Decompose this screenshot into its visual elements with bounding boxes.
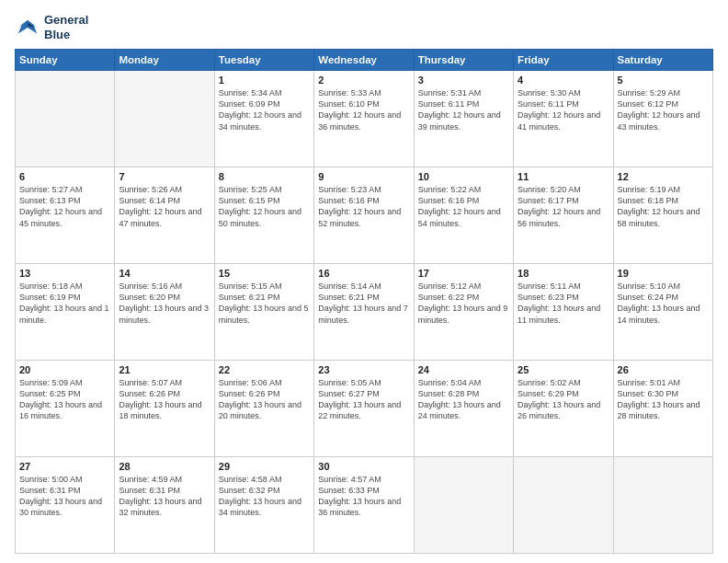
calendar-week-row: 20Sunrise: 5:09 AM Sunset: 6:25 PM Dayli… — [16, 361, 713, 457]
page: General Blue SundayMondayTuesdayWednesda… — [0, 0, 728, 563]
day-info: Sunrise: 5:11 AM Sunset: 6:23 PM Dayligh… — [518, 281, 609, 326]
calendar-cell: 14Sunrise: 5:16 AM Sunset: 6:20 PM Dayli… — [115, 264, 214, 361]
calendar-cell: 5Sunrise: 5:29 AM Sunset: 6:12 PM Daylig… — [613, 71, 712, 167]
day-number: 4 — [518, 75, 609, 86]
calendar-week-row: 6Sunrise: 5:27 AM Sunset: 6:13 PM Daylig… — [16, 167, 713, 264]
day-number: 8 — [219, 171, 310, 182]
calendar-cell: 21Sunrise: 5:07 AM Sunset: 6:26 PM Dayli… — [115, 361, 214, 457]
svg-marker-0 — [17, 19, 39, 33]
day-number: 27 — [19, 461, 110, 472]
calendar-cell: 28Sunrise: 4:59 AM Sunset: 6:31 PM Dayli… — [115, 457, 214, 554]
day-number: 22 — [219, 364, 310, 375]
calendar-cell: 7Sunrise: 5:26 AM Sunset: 6:14 PM Daylig… — [115, 167, 214, 264]
day-info: Sunrise: 4:59 AM Sunset: 6:31 PM Dayligh… — [119, 474, 210, 519]
day-info: Sunrise: 5:09 AM Sunset: 6:25 PM Dayligh… — [19, 377, 110, 422]
day-number: 24 — [418, 364, 509, 375]
calendar-cell: 12Sunrise: 5:19 AM Sunset: 6:18 PM Dayli… — [613, 167, 712, 264]
day-info: Sunrise: 5:04 AM Sunset: 6:28 PM Dayligh… — [418, 377, 509, 422]
day-number: 11 — [518, 171, 609, 182]
day-number: 14 — [119, 268, 210, 279]
day-number: 28 — [119, 461, 210, 472]
day-info: Sunrise: 5:07 AM Sunset: 6:26 PM Dayligh… — [119, 377, 210, 422]
day-number: 18 — [518, 268, 609, 279]
calendar-table: SundayMondayTuesdayWednesdayThursdayFrid… — [15, 49, 713, 554]
calendar-week-row: 27Sunrise: 5:00 AM Sunset: 6:31 PM Dayli… — [16, 457, 713, 554]
calendar-week-row: 1Sunrise: 5:34 AM Sunset: 6:09 PM Daylig… — [16, 71, 713, 167]
calendar-cell — [16, 71, 115, 167]
day-number: 15 — [219, 268, 310, 279]
day-info: Sunrise: 5:05 AM Sunset: 6:27 PM Dayligh… — [318, 377, 409, 422]
calendar-cell: 22Sunrise: 5:06 AM Sunset: 6:26 PM Dayli… — [214, 361, 313, 457]
calendar-cell: 4Sunrise: 5:30 AM Sunset: 6:11 PM Daylig… — [514, 71, 613, 167]
calendar-cell: 8Sunrise: 5:25 AM Sunset: 6:15 PM Daylig… — [214, 167, 313, 264]
calendar-cell: 9Sunrise: 5:23 AM Sunset: 6:16 PM Daylig… — [314, 167, 414, 264]
day-info: Sunrise: 5:15 AM Sunset: 6:21 PM Dayligh… — [219, 281, 310, 326]
day-info: Sunrise: 5:22 AM Sunset: 6:16 PM Dayligh… — [418, 184, 509, 229]
day-number: 26 — [618, 364, 709, 375]
day-number: 5 — [618, 75, 709, 86]
calendar-cell: 11Sunrise: 5:20 AM Sunset: 6:17 PM Dayli… — [514, 167, 613, 264]
header: General Blue — [15, 13, 713, 41]
day-number: 20 — [19, 364, 110, 375]
day-number: 10 — [418, 171, 509, 182]
calendar-cell — [115, 71, 214, 167]
calendar-cell: 18Sunrise: 5:11 AM Sunset: 6:23 PM Dayli… — [514, 264, 613, 361]
day-header-saturday: Saturday — [613, 50, 712, 71]
day-header-monday: Monday — [115, 50, 214, 71]
day-info: Sunrise: 5:01 AM Sunset: 6:30 PM Dayligh… — [618, 377, 709, 422]
day-info: Sunrise: 5:14 AM Sunset: 6:21 PM Dayligh… — [318, 281, 409, 326]
calendar-cell: 1Sunrise: 5:34 AM Sunset: 6:09 PM Daylig… — [214, 71, 313, 167]
calendar-cell: 23Sunrise: 5:05 AM Sunset: 6:27 PM Dayli… — [314, 361, 414, 457]
day-info: Sunrise: 5:29 AM Sunset: 6:12 PM Dayligh… — [618, 87, 709, 132]
day-info: Sunrise: 5:06 AM Sunset: 6:26 PM Dayligh… — [219, 377, 310, 422]
day-header-friday: Friday — [514, 50, 613, 71]
day-header-wednesday: Wednesday — [314, 50, 414, 71]
day-info: Sunrise: 5:34 AM Sunset: 6:09 PM Dayligh… — [219, 87, 310, 132]
day-number: 16 — [318, 268, 409, 279]
calendar-cell: 30Sunrise: 4:57 AM Sunset: 6:33 PM Dayli… — [314, 457, 414, 554]
day-info: Sunrise: 5:00 AM Sunset: 6:31 PM Dayligh… — [19, 474, 110, 519]
day-number: 1 — [219, 75, 310, 86]
calendar-cell: 27Sunrise: 5:00 AM Sunset: 6:31 PM Dayli… — [16, 457, 115, 554]
calendar-cell: 6Sunrise: 5:27 AM Sunset: 6:13 PM Daylig… — [16, 167, 115, 264]
calendar-cell — [414, 457, 513, 554]
calendar-cell: 20Sunrise: 5:09 AM Sunset: 6:25 PM Dayli… — [16, 361, 115, 457]
day-info: Sunrise: 5:25 AM Sunset: 6:15 PM Dayligh… — [219, 184, 310, 229]
day-number: 9 — [318, 171, 409, 182]
calendar-cell: 29Sunrise: 4:58 AM Sunset: 6:32 PM Dayli… — [214, 457, 313, 554]
day-info: Sunrise: 5:12 AM Sunset: 6:22 PM Dayligh… — [418, 281, 509, 326]
day-info: Sunrise: 5:23 AM Sunset: 6:16 PM Dayligh… — [318, 184, 409, 229]
day-info: Sunrise: 5:02 AM Sunset: 6:29 PM Dayligh… — [518, 377, 609, 422]
calendar-cell: 16Sunrise: 5:14 AM Sunset: 6:21 PM Dayli… — [314, 264, 414, 361]
day-info: Sunrise: 5:19 AM Sunset: 6:18 PM Dayligh… — [618, 184, 709, 229]
calendar-cell: 10Sunrise: 5:22 AM Sunset: 6:16 PM Dayli… — [414, 167, 513, 264]
calendar-cell: 24Sunrise: 5:04 AM Sunset: 6:28 PM Dayli… — [414, 361, 513, 457]
day-number: 21 — [119, 364, 210, 375]
day-info: Sunrise: 5:30 AM Sunset: 6:11 PM Dayligh… — [518, 87, 609, 132]
logo-icon — [15, 17, 40, 39]
day-number: 12 — [618, 171, 709, 182]
day-number: 19 — [618, 268, 709, 279]
calendar-cell: 15Sunrise: 5:15 AM Sunset: 6:21 PM Dayli… — [214, 264, 313, 361]
day-info: Sunrise: 5:27 AM Sunset: 6:13 PM Dayligh… — [19, 184, 110, 229]
day-info: Sunrise: 4:57 AM Sunset: 6:33 PM Dayligh… — [318, 474, 409, 519]
calendar-cell: 13Sunrise: 5:18 AM Sunset: 6:19 PM Dayli… — [16, 264, 115, 361]
calendar-cell: 3Sunrise: 5:31 AM Sunset: 6:11 PM Daylig… — [414, 71, 513, 167]
day-number: 13 — [19, 268, 110, 279]
day-number: 6 — [19, 171, 110, 182]
day-info: Sunrise: 5:33 AM Sunset: 6:10 PM Dayligh… — [318, 87, 409, 132]
calendar-cell: 2Sunrise: 5:33 AM Sunset: 6:10 PM Daylig… — [314, 71, 414, 167]
day-info: Sunrise: 4:58 AM Sunset: 6:32 PM Dayligh… — [219, 474, 310, 519]
day-header-sunday: Sunday — [16, 50, 115, 71]
day-header-thursday: Thursday — [414, 50, 513, 71]
logo-text: General Blue — [44, 13, 88, 41]
calendar-header-row: SundayMondayTuesdayWednesdayThursdayFrid… — [16, 50, 713, 71]
day-number: 29 — [219, 461, 310, 472]
calendar-cell: 17Sunrise: 5:12 AM Sunset: 6:22 PM Dayli… — [414, 264, 513, 361]
calendar-cell: 26Sunrise: 5:01 AM Sunset: 6:30 PM Dayli… — [613, 361, 712, 457]
day-number: 2 — [318, 75, 409, 86]
day-info: Sunrise: 5:20 AM Sunset: 6:17 PM Dayligh… — [518, 184, 609, 229]
day-number: 7 — [119, 171, 210, 182]
logo: General Blue — [15, 13, 88, 41]
day-info: Sunrise: 5:26 AM Sunset: 6:14 PM Dayligh… — [119, 184, 210, 229]
